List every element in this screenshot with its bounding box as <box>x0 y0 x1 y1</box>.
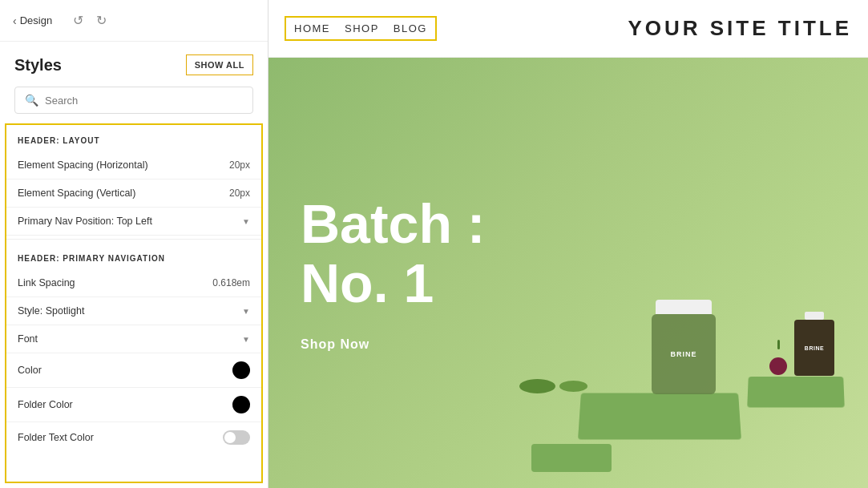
setting-label: Element Spacing (Vertical) <box>18 188 135 199</box>
setting-label: Font <box>18 333 38 345</box>
divider <box>6 239 261 240</box>
search-input[interactable] <box>45 95 243 107</box>
setting-font[interactable]: Font ▼ <box>6 325 261 353</box>
jar-lid <box>656 300 712 314</box>
nav-link-blog[interactable]: BLOG <box>394 22 427 34</box>
history-buttons: ↺ ↻ <box>71 11 108 30</box>
hero-headline-line1: Batch : <box>301 194 485 254</box>
bottle-body: BRINE <box>794 320 834 376</box>
undo-button[interactable]: ↺ <box>71 11 85 30</box>
cucumber-group <box>519 379 587 393</box>
setting-label: Color <box>18 365 42 376</box>
site-header: HOME SHOP BLOG YOUR SITE TITLE <box>268 0 868 58</box>
top-bar: ‹ Design ↺ ↻ <box>0 0 268 42</box>
setting-value: ▼ <box>242 217 250 226</box>
platform-small-left <box>531 444 612 472</box>
nav-link-shop[interactable]: SHOP <box>345 22 379 34</box>
section-header-primary-nav: HEADER: PRIMARY NAVIGATION <box>6 243 261 269</box>
cucumber-1 <box>519 379 555 393</box>
setting-primary-nav-position[interactable]: Primary Nav Position: Top Left ▼ <box>6 208 261 236</box>
redo-button[interactable]: ↻ <box>95 11 108 30</box>
setting-value <box>232 396 250 413</box>
setting-style-spotlight[interactable]: Style: Spotlight ▼ <box>6 297 261 325</box>
beet-stem <box>777 340 780 349</box>
hero-headline-line2: No. 1 <box>301 254 485 314</box>
beet-body <box>769 357 787 375</box>
setting-value <box>232 361 250 379</box>
bottle-label: BRINE <box>805 345 824 351</box>
styles-panel-content: HEADER: LAYOUT Element Spacing (Horizont… <box>5 123 263 483</box>
chevron-down-icon: ▼ <box>242 335 250 344</box>
styles-header: Styles SHOW ALL <box>0 42 268 83</box>
setting-label: Primary Nav Position: Top Left <box>18 216 152 227</box>
section-header-layout: HEADER: LAYOUT <box>6 125 261 151</box>
color-swatch <box>232 361 250 379</box>
toggle-switch[interactable] <box>223 430 250 445</box>
beet-decoration <box>767 340 789 368</box>
setting-folder-text-color[interactable]: Folder Text Color <box>6 422 261 453</box>
back-label: Design <box>20 14 52 26</box>
setting-value: 20px <box>229 159 250 171</box>
platform-small-right <box>747 377 845 408</box>
chevron-down-icon: ▼ <box>242 307 250 316</box>
setting-label: Folder Color <box>18 399 73 410</box>
styles-title: Styles <box>14 56 62 75</box>
platform-main <box>578 393 741 440</box>
hero-products: BRINE BRINE <box>508 58 868 488</box>
setting-color[interactable]: Color <box>6 353 261 388</box>
setting-element-spacing-horizontal[interactable]: Element Spacing (Horizontal) 20px <box>6 151 261 179</box>
site-title: YOUR SITE TITLE <box>628 16 852 41</box>
color-swatch <box>232 396 250 413</box>
setting-value: 0.618em <box>212 277 250 288</box>
setting-value: ▼ <box>242 335 250 344</box>
jar-label: BRINE <box>670 350 696 358</box>
setting-label: Style: Spotlight <box>18 305 84 317</box>
setting-label: Folder Text Color <box>18 432 94 443</box>
right-panel: HOME SHOP BLOG YOUR SITE TITLE Batch : N… <box>268 0 868 488</box>
shop-now-button[interactable]: Shop Now <box>301 337 369 352</box>
setting-label: Link Spacing <box>18 277 75 288</box>
setting-value <box>223 430 250 445</box>
jar-body: BRINE <box>652 314 716 394</box>
setting-link-spacing[interactable]: Link Spacing 0.618em <box>6 269 261 297</box>
setting-element-spacing-vertical[interactable]: Element Spacing (Vertical) 20px <box>6 179 261 208</box>
setting-label: Element Spacing (Horizontal) <box>18 159 148 171</box>
bottle-cap <box>805 312 824 320</box>
show-all-button[interactable]: SHOW ALL <box>186 54 253 75</box>
search-bar: 🔍 <box>14 87 253 114</box>
setting-value: 20px <box>229 188 250 199</box>
hero-section: Batch : No. 1 Shop Now BRINE BR <box>268 58 868 488</box>
brine-jar: BRINE <box>652 300 716 396</box>
chevron-down-icon: ▼ <box>242 217 250 226</box>
nav-link-home[interactable]: HOME <box>294 22 330 34</box>
search-icon: 🔍 <box>25 94 38 107</box>
back-button[interactable]: ‹ Design <box>13 14 52 27</box>
hero-content: Batch : No. 1 Shop Now <box>301 194 485 353</box>
brine-bottle: BRINE <box>794 312 834 376</box>
primary-nav: HOME SHOP BLOG <box>285 16 437 41</box>
cucumber-2 <box>559 381 587 392</box>
hero-headline: Batch : No. 1 <box>301 194 485 314</box>
setting-folder-color[interactable]: Folder Color <box>6 388 261 422</box>
setting-value: ▼ <box>242 307 250 316</box>
back-arrow-icon: ‹ <box>13 14 17 27</box>
left-panel: ‹ Design ↺ ↻ Styles SHOW ALL 🔍 HEADER: L… <box>0 0 268 488</box>
